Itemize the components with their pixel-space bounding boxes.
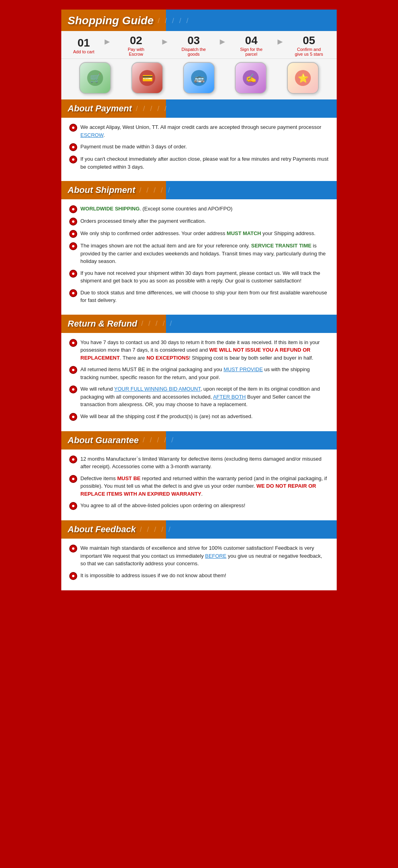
full-bid-label: YOUR FULL WINNING BID AMOUNT <box>114 386 201 392</box>
dispatch-icon: 🚌 <box>183 62 215 94</box>
step-5-label: Confirm and give us 5 stars <box>293 47 325 56</box>
shipment-bullet-icon-2 <box>69 218 77 226</box>
refund-bullet-1: You have 7 days to contact us and 30 day… <box>69 339 329 362</box>
bullet-icon-3 <box>69 156 77 163</box>
guarantee-bullet-2: Defective items MUST BE reported and ret… <box>69 475 329 498</box>
cart-icon: 🛒 <box>79 62 111 94</box>
payment-title: About Payment <box>68 103 132 114</box>
payment-header: About Payment / / / / / <box>61 99 337 118</box>
guarantee-text-2: Defective items MUST BE reported and ret… <box>80 475 329 498</box>
payment-bullet-2: Payment must be made within 3 days of or… <box>69 143 329 151</box>
shipment-bullet-4: The images shown are not the actual item… <box>69 242 329 265</box>
svg-text:✍️: ✍️ <box>246 73 257 84</box>
guarantee-header: About Guarantee / / / / / <box>61 431 337 450</box>
payment-text-2: Payment must be made within 3 days of or… <box>80 143 187 151</box>
after-both-label: AFTER BOTH <box>213 394 246 400</box>
shipment-title: About Shipment <box>68 185 135 195</box>
payment-text-1: We accept Alipay, West Union, TT. All ma… <box>80 123 329 139</box>
payment-content: We accept Alipay, West Union, TT. All ma… <box>61 118 337 181</box>
refund-content: You have 7 days to contact us and 30 day… <box>61 333 337 431</box>
pay-icon: 💳 <box>131 62 163 94</box>
feedback-bullet-1: We maintain high standards of excellence… <box>69 544 329 568</box>
shipment-text-6: Due to stock status and time differences… <box>80 289 329 304</box>
svg-text:🚌: 🚌 <box>193 73 205 84</box>
refund-header: Return & Refund / / / / / <box>61 315 337 333</box>
arrow-3: ► <box>218 37 227 47</box>
shipment-deco: / / / / / <box>139 186 172 195</box>
refund-bullet-icon-3 <box>69 385 77 393</box>
shipment-text-5: If you have not received your shipment w… <box>80 269 329 285</box>
must-be-label: MUST BE <box>117 475 140 481</box>
guarantee-text-3: You agree to all of the above-listed pol… <box>80 502 245 510</box>
must-provide-label: MUST PROVIDE <box>224 366 263 372</box>
guarantee-deco: / / / / / <box>142 436 175 444</box>
refund-text-4: We will bear all the shipping cost if th… <box>80 413 253 420</box>
feedback-header: About Feedback / / / / / <box>61 520 337 539</box>
refund-title: Return & Refund <box>68 319 137 329</box>
shipment-bullet-5: If you have not received your shipment w… <box>69 269 329 285</box>
shipment-bullet-icon-1 <box>69 205 77 213</box>
guarantee-text-1: 12 months Manufacturer`s limited Warrant… <box>80 455 329 471</box>
step-3: 03 Dispatch the goods <box>178 35 210 56</box>
feedback-text-2: It is impossible to address issues if we… <box>80 572 226 580</box>
svg-text:⭐: ⭐ <box>297 73 308 84</box>
guarantee-bullet-icon-2 <box>69 475 77 483</box>
sign-icon: ✍️ <box>235 62 267 94</box>
guarantee-bullet-3: You agree to all of the above-listed pol… <box>69 502 329 510</box>
header-decoration: / / / / / <box>158 17 190 25</box>
shipment-text-3: We only ship to confirmed order addresse… <box>80 230 316 237</box>
feedback-title: About Feedback <box>68 524 136 535</box>
steps-row: 01 Add to cart ► 02 Pay with Escrow ► 03… <box>61 31 337 59</box>
step-2-number: 02 <box>130 35 142 46</box>
arrow-2: ► <box>160 37 169 47</box>
icons-row: 🛒 💳 🚌 ✍️ ⭐ <box>61 59 337 99</box>
shopping-guide-header: Shopping Guide / / / / / <box>61 10 337 31</box>
shipment-bullet-icon-6 <box>69 289 77 297</box>
svg-text:🛒: 🛒 <box>90 73 101 84</box>
shipment-header: About Shipment / / / / / <box>61 181 337 199</box>
shipment-bullet-2: Orders processed timely after the paymen… <box>69 217 329 226</box>
step-2: 02 Pay with Escrow <box>120 35 152 56</box>
step-1-label: Add to cart <box>73 49 94 54</box>
shipment-text-4: The images shown are not the actual item… <box>80 242 329 265</box>
step-4: 04 Sign for the parcel <box>235 35 267 56</box>
refund-text-2: All returned items MUST BE in the origin… <box>80 366 329 381</box>
arrow-4: ► <box>276 37 285 47</box>
before-label: BEFORE <box>205 553 226 559</box>
feedback-bullet-icon-2 <box>69 572 77 580</box>
guarantee-bullet-1: 12 months Manufacturer`s limited Warrant… <box>69 455 329 471</box>
svg-text:💳: 💳 <box>142 73 153 84</box>
refund-text-1: You have 7 days to contact us and 30 day… <box>80 339 329 362</box>
guarantee-bullet-icon-3 <box>69 502 77 510</box>
step-5-number: 05 <box>303 35 315 46</box>
shipment-bullet-icon-5 <box>69 270 77 278</box>
main-container: Shopping Guide / / / / / 01 Add to cart … <box>60 8 338 592</box>
escrow-link[interactable]: ESCROW <box>80 132 103 138</box>
bullet-icon-1 <box>69 124 77 132</box>
shipment-bullet-1: WORLDWIDE SHIPPING. (Except some countri… <box>69 205 329 213</box>
feedback-deco: / / / / / <box>140 525 172 534</box>
no-repair-label: WE DO NOT REPAIR OR REPLACE ITEMS WITH A… <box>80 483 316 497</box>
step-1-number: 01 <box>78 37 90 49</box>
shipment-bullet-icon-3 <box>69 230 77 238</box>
arrow-1: ► <box>103 37 111 47</box>
step-3-number: 03 <box>187 35 200 46</box>
feedback-text-1: We maintain high standards of excellence… <box>80 544 329 568</box>
step-1: 01 Add to cart <box>73 37 94 54</box>
guarantee-bullet-icon-1 <box>69 455 77 463</box>
payment-deco: / / / / / <box>136 105 168 113</box>
payment-text-3: If you can't checkout immediately after … <box>80 155 329 171</box>
step-5: 05 Confirm and give us 5 stars <box>293 35 325 56</box>
shipment-text-2: Orders processed timely after the paymen… <box>80 217 206 225</box>
payment-bullet-1: We accept Alipay, West Union, TT. All ma… <box>69 123 329 139</box>
guarantee-title: About Guarantee <box>68 435 139 446</box>
shipment-bullet-3: We only ship to confirmed order addresse… <box>69 230 329 238</box>
confirm-icon: ⭐ <box>287 62 319 94</box>
feedback-bullet-icon-1 <box>69 545 77 553</box>
refund-deco: / / / / / <box>141 319 174 328</box>
step-2-label: Pay with Escrow <box>120 47 152 56</box>
feedback-bullet-2: It is impossible to address issues if we… <box>69 572 329 580</box>
refund-bullet-icon-1 <box>69 339 77 347</box>
refund-bullet-icon-2 <box>69 366 77 374</box>
must-match-label: MUST MATCH <box>227 230 261 236</box>
